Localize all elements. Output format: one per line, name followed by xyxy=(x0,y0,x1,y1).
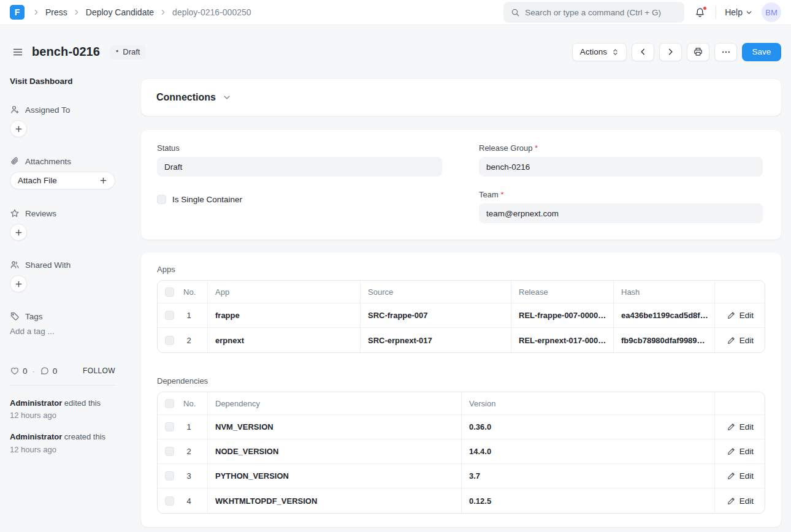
col-source: Source xyxy=(361,281,511,303)
users-icon xyxy=(10,260,20,270)
app-cell[interactable]: frappe xyxy=(208,303,361,328)
pencil-icon xyxy=(727,447,735,455)
source-cell[interactable]: SRC-frappe-007 xyxy=(361,303,511,328)
edit-row-button[interactable]: Edit xyxy=(722,311,759,320)
dependency-cell[interactable]: WKHTMLTOPDF_VERSION xyxy=(208,488,462,513)
row-checkbox[interactable] xyxy=(165,311,174,320)
previous-document-button[interactable] xyxy=(632,43,654,61)
frappe-logo-icon[interactable]: F xyxy=(10,5,25,20)
team-field-label: Team * xyxy=(479,190,763,199)
select-all-checkbox[interactable] xyxy=(165,399,174,408)
activity-user: Administrator xyxy=(10,432,62,441)
user-avatar[interactable]: BM xyxy=(762,2,781,22)
edit-row-button[interactable]: Edit xyxy=(722,471,759,481)
help-menu[interactable]: Help xyxy=(725,7,753,17)
follow-button[interactable]: FOLLOW xyxy=(83,367,115,375)
row-checkbox[interactable] xyxy=(165,471,174,481)
add-review-button[interactable] xyxy=(10,224,27,241)
page-title: bench-0216 xyxy=(32,45,100,59)
more-options-button[interactable] xyxy=(714,43,737,61)
heart-icon xyxy=(10,366,20,376)
tags-label: Tags xyxy=(25,312,43,321)
apps-table: No. App Source Release Hash 1 frappe SRC… xyxy=(157,280,765,353)
table-row[interactable]: 1 NVM_VERSION 0.36.0 Edit xyxy=(158,415,765,439)
row-checkbox[interactable] xyxy=(165,447,174,456)
print-button[interactable] xyxy=(687,43,709,61)
actions-dropdown[interactable]: Actions xyxy=(572,43,627,61)
separator-dot: · xyxy=(32,367,35,376)
page-head: bench-0216 • Draft Actions xyxy=(0,25,791,78)
table-row[interactable]: 4 WKHTMLTOPDF_VERSION 0.12.5 Edit xyxy=(158,488,765,513)
notifications-bell-icon[interactable] xyxy=(693,6,707,20)
star-icon xyxy=(10,208,20,218)
add-tag-input[interactable]: Add a tag ... xyxy=(10,327,132,336)
attachments-label: Attachments xyxy=(25,157,71,166)
release-group-field[interactable]: bench-0216 xyxy=(479,157,763,177)
attach-file-button[interactable]: Attach File xyxy=(10,172,115,189)
hash-cell[interactable]: fb9cb78980dfaf9989… xyxy=(614,328,715,352)
status-dot: • xyxy=(116,48,118,55)
activity-action: edited this xyxy=(64,398,101,408)
add-share-button[interactable] xyxy=(10,275,27,292)
edit-row-button[interactable]: Edit xyxy=(722,447,759,456)
row-index: 1 xyxy=(183,311,194,320)
col-no: No. xyxy=(183,399,196,408)
row-checkbox[interactable] xyxy=(165,422,174,431)
pencil-icon xyxy=(727,423,735,431)
table-row[interactable]: 3 PYTHON_VERSION 3.7 Edit xyxy=(158,464,765,488)
assigned-to-label: Assigned To xyxy=(25,105,70,115)
select-all-checkbox[interactable] xyxy=(165,287,174,297)
add-assignment-button[interactable] xyxy=(10,120,27,137)
divider xyxy=(10,385,115,386)
global-search[interactable] xyxy=(503,2,684,23)
comments-button[interactable]: 0 xyxy=(40,366,58,376)
team-field[interactable]: team@erpnext.com xyxy=(479,203,763,223)
hash-cell[interactable]: ea436be1199cad5d8f… xyxy=(614,303,715,328)
table-row[interactable]: 2 erpnext SRC-erpnext-017 REL-erpnext-01… xyxy=(158,328,765,352)
breadcrumb-deploy-candidate[interactable]: Deploy Candidate xyxy=(82,6,158,18)
version-cell[interactable]: 0.36.0 xyxy=(462,415,715,439)
like-count: 0 xyxy=(23,367,28,376)
breadcrumb-press[interactable]: Press xyxy=(42,6,71,18)
activity-entry: Administrator created this 12 hours ago xyxy=(10,431,132,455)
next-document-button[interactable] xyxy=(659,43,682,61)
app-cell[interactable]: erpnext xyxy=(208,328,361,352)
status-badge-label: Draft xyxy=(123,47,140,56)
edit-row-button[interactable]: Edit xyxy=(722,336,759,345)
release-cell[interactable]: REL-frappe-007-0000… xyxy=(511,303,614,328)
sidebar-toggle-icon[interactable] xyxy=(10,44,26,60)
edit-row-button[interactable]: Edit xyxy=(722,496,759,506)
pencil-icon xyxy=(727,472,735,480)
col-no: No. xyxy=(183,287,196,297)
version-cell[interactable]: 3.7 xyxy=(462,464,715,488)
checkbox[interactable] xyxy=(157,195,166,204)
save-button[interactable]: Save xyxy=(742,43,781,61)
notification-dot xyxy=(703,6,707,10)
search-input[interactable] xyxy=(525,8,677,17)
version-cell[interactable]: 0.12.5 xyxy=(462,488,715,513)
table-row[interactable]: 2 NODE_VERSION 14.4.0 Edit xyxy=(158,439,765,464)
dependency-cell[interactable]: NVM_VERSION xyxy=(208,415,462,439)
version-cell[interactable]: 14.4.0 xyxy=(462,439,715,464)
release-cell[interactable]: REL-erpnext-017-000… xyxy=(511,328,614,352)
table-row[interactable]: 1 frappe SRC-frappe-007 REL-frappe-007-0… xyxy=(158,303,765,328)
row-checkbox[interactable] xyxy=(165,336,174,345)
edit-row-button[interactable]: Edit xyxy=(722,422,759,431)
dependency-cell[interactable]: NODE_VERSION xyxy=(208,439,462,464)
status-field[interactable]: Draft xyxy=(157,157,442,177)
visit-dashboard-link[interactable]: Visit Dashboard xyxy=(10,77,73,86)
row-checkbox[interactable] xyxy=(165,496,174,506)
plus-icon xyxy=(99,177,107,184)
shared-with-section: Shared With xyxy=(10,260,132,292)
status-badge: • Draft xyxy=(110,45,146,59)
connections-section[interactable]: Connections xyxy=(141,79,781,116)
breadcrumb-current[interactable]: deploy-0216-000250 xyxy=(169,6,254,18)
pencil-icon xyxy=(727,497,735,505)
row-index: 1 xyxy=(183,422,194,431)
edit-label: Edit xyxy=(739,422,754,431)
single-container-checkbox-row[interactable]: Is Single Container xyxy=(157,195,442,204)
tables-section: Apps No. App Source Release Hash 1 xyxy=(141,253,781,527)
like-button[interactable]: 0 xyxy=(10,366,28,376)
dependency-cell[interactable]: PYTHON_VERSION xyxy=(208,464,462,488)
source-cell[interactable]: SRC-erpnext-017 xyxy=(361,328,511,352)
